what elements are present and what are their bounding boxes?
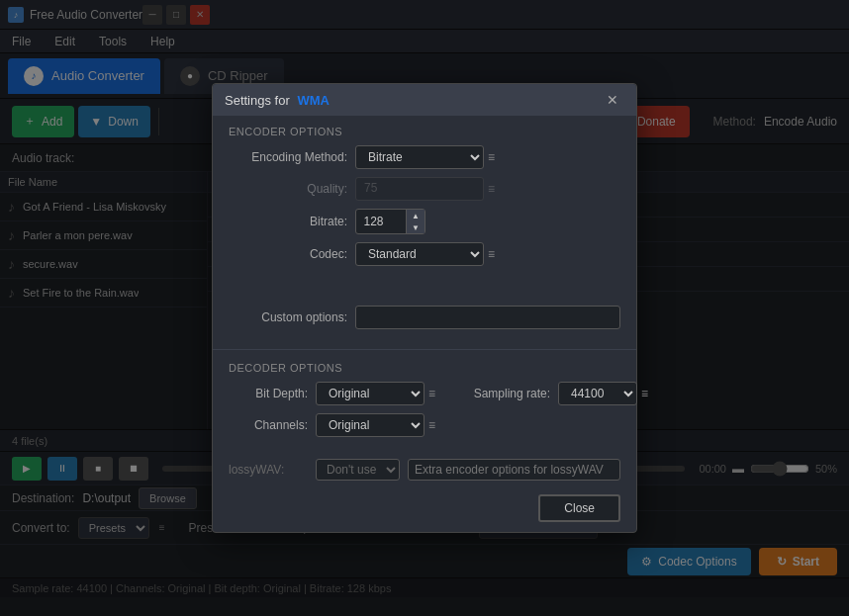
- codec-control: Standard ≡: [355, 242, 620, 266]
- codec-select[interactable]: Standard: [355, 242, 484, 266]
- encoding-method-icon[interactable]: ≡: [488, 150, 495, 164]
- settings-modal: Settings for WMA ✕ Encoder Options Encod…: [212, 83, 637, 533]
- sampling-rate-select[interactable]: 44100: [558, 382, 637, 405]
- modal-footer: Close: [213, 484, 636, 532]
- custom-options-control: [355, 306, 620, 329]
- bitrate-down-button[interactable]: ▼: [407, 221, 424, 233]
- codec-icon-btn[interactable]: ≡: [488, 247, 495, 261]
- custom-options-row: Custom options:: [229, 306, 620, 329]
- quality-label: Quality:: [229, 182, 347, 196]
- channels-label: Channels:: [229, 418, 308, 432]
- bit-depth-row: Bit Depth: Original ≡: [229, 382, 435, 405]
- modal-close-button[interactable]: ✕: [601, 90, 624, 110]
- bitrate-row: Bitrate: ▲ ▼: [229, 209, 620, 234]
- encoding-method-control: Bitrate ≡: [355, 145, 620, 169]
- quality-row: Quality: 75 ≡: [229, 177, 620, 201]
- sampling-rate-control: 44100 ≡: [558, 382, 648, 405]
- lossy-label: lossyWAV:: [229, 463, 308, 477]
- quality-icon: ≡: [488, 182, 495, 196]
- bitrate-spinner: ▲ ▼: [355, 209, 425, 234]
- encoding-method-row: Encoding Method: Bitrate ≡: [229, 145, 620, 169]
- bit-depth-control: Original ≡: [316, 382, 435, 405]
- lossy-extra-input[interactable]: [408, 459, 620, 481]
- codec-label: Codec:: [229, 247, 347, 261]
- decoder-top-row: Bit Depth: Original ≡ Sampling rate: 441…: [229, 382, 620, 405]
- modal-format: WMA: [297, 93, 330, 108]
- custom-options-input[interactable]: [355, 306, 620, 329]
- bitrate-control: ▲ ▼: [355, 209, 620, 234]
- bitrate-input[interactable]: [356, 210, 406, 233]
- decoder-section-title: Decoder Options: [229, 362, 620, 374]
- modal-divider: [213, 349, 636, 350]
- lossy-select[interactable]: Don't use: [316, 459, 400, 481]
- encoding-method-label: Encoding Method:: [229, 150, 347, 164]
- quality-value: 75: [355, 177, 484, 201]
- encoder-section-title: Encoder Options: [229, 126, 620, 137]
- modal-header: Settings for WMA ✕: [213, 84, 636, 116]
- modal-overlay: Settings for WMA ✕ Encoder Options Encod…: [0, 0, 849, 616]
- sampling-rate-label: Sampling rate:: [451, 387, 550, 400]
- channels-row: Channels: Original ≡: [229, 413, 620, 437]
- lossy-row: lossyWAV: Don't use: [213, 455, 636, 484]
- modal-close-action-button[interactable]: Close: [538, 494, 620, 522]
- modal-title: Settings for WMA: [225, 93, 595, 108]
- encoder-options-section: Encoder Options Encoding Method: Bitrate…: [213, 116, 636, 347]
- encoding-method-select[interactable]: Bitrate: [355, 145, 484, 169]
- bitrate-spin-buttons: ▲ ▼: [406, 210, 424, 233]
- bit-depth-icon[interactable]: ≡: [428, 387, 435, 400]
- bitrate-up-button[interactable]: ▲: [407, 210, 424, 221]
- sampling-rate-icon[interactable]: ≡: [641, 387, 648, 400]
- bit-depth-label: Bit Depth:: [229, 387, 308, 400]
- decoder-options-section: Decoder Options Bit Depth: Original ≡ Sa…: [213, 352, 636, 455]
- codec-row: Codec: Standard ≡: [229, 242, 620, 266]
- channels-icon[interactable]: ≡: [428, 418, 435, 432]
- custom-options-label: Custom options:: [229, 310, 347, 324]
- sampling-rate-row: Sampling rate: 44100 ≡: [451, 382, 648, 405]
- bit-depth-select[interactable]: Original: [316, 382, 424, 405]
- quality-control: 75 ≡: [355, 177, 620, 201]
- bitrate-label: Bitrate:: [229, 215, 347, 228]
- channels-select[interactable]: Original: [316, 413, 424, 437]
- channels-control: Original ≡: [316, 413, 620, 437]
